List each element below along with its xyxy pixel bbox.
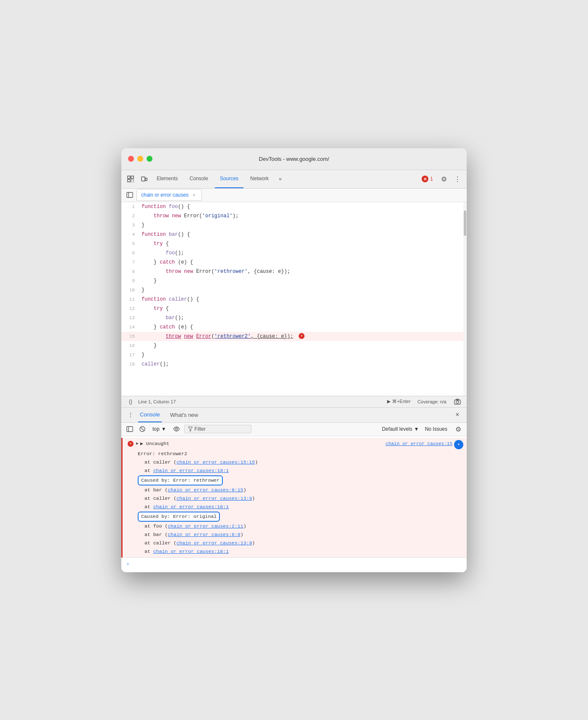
file-tab-chain-or-error[interactable]: chain or error causes × xyxy=(136,189,202,201)
no-issues-label: No Issues xyxy=(422,426,451,432)
minimize-button[interactable] xyxy=(137,156,143,162)
svg-rect-1 xyxy=(131,176,134,179)
devtools-window: DevTools - www.google.com/ Elements Cons… xyxy=(121,148,467,572)
tab-more-button[interactable]: » xyxy=(275,176,285,182)
error-count: ✕ xyxy=(422,176,428,182)
titlebar: DevTools - www.google.com/ xyxy=(121,148,467,170)
console-header: ⋮ Console What's new × xyxy=(121,408,467,423)
caused2-stack-3: at caller (chain or error causes:13:9) xyxy=(126,539,467,547)
svg-rect-4 xyxy=(142,177,145,181)
caused-by-1-label: Caused by: Error: rethrower xyxy=(138,475,223,485)
scrollbar-thumb[interactable] xyxy=(464,211,466,236)
svg-point-9 xyxy=(456,401,459,403)
log-level-selector[interactable]: Default levels ▼ xyxy=(382,426,419,432)
code-line-7: 7 } catch (e) { xyxy=(121,258,467,267)
code-line-16: 16 } xyxy=(121,341,467,350)
error-badge[interactable]: ✕ 1 xyxy=(418,174,436,184)
tab-network[interactable]: Network xyxy=(245,170,274,188)
tab-console[interactable]: Console xyxy=(184,170,213,188)
expand-arrow[interactable]: ▶ xyxy=(136,440,139,448)
code-line-9: 9 } xyxy=(121,276,467,285)
caused2-link-4[interactable]: chain or error causes:18:1 xyxy=(153,549,229,554)
caused1-stack-1: at bar (chain or error causes:8:15) xyxy=(126,486,467,494)
caused1-link-2[interactable]: chain or error causes:13:9 xyxy=(176,496,252,501)
code-line-4: 4 function bar() { xyxy=(121,230,467,239)
stack-row-2: at chain or error causes:18:1 xyxy=(126,467,467,475)
stack-link-1[interactable]: chain or error causes:15:15 xyxy=(176,459,255,465)
run-button[interactable]: ▶ ⌘+Enter xyxy=(387,399,411,404)
ai-button[interactable]: ✦ xyxy=(454,440,463,449)
caused2-stack-2: at bar (chain or error causes:6:9) xyxy=(126,531,467,539)
svg-marker-16 xyxy=(188,427,192,431)
code-line-13: 13 bar(); xyxy=(121,313,467,323)
clear-console-icon[interactable] xyxy=(137,424,147,434)
caused-by-2-label: Caused by: Error: original xyxy=(138,512,220,522)
caused2-stack-4: at chain or error causes:18:1 xyxy=(126,547,467,556)
window-title: DevTools - www.google.com/ xyxy=(259,156,329,162)
code-line-8: 8 throw new Error('rethrower', {cause: e… xyxy=(121,267,467,276)
caused2-link-1[interactable]: chain or error causes:2:11 xyxy=(168,523,243,529)
error-icon: ✕ xyxy=(128,441,134,447)
caused1-stack-3: at chain or error causes:18:1 xyxy=(126,503,467,511)
code-line-12: 12 try { xyxy=(121,304,467,313)
code-line-17: 17 } xyxy=(121,350,467,360)
scrollbar-track[interactable] xyxy=(463,202,467,396)
error-block: ✕ ▶ ▶ Uncaught chain or error causes:15 … xyxy=(121,438,467,557)
caused2-link-2[interactable]: chain or error causes:6:9 xyxy=(168,532,241,537)
code-line-1: 1 function foo() { xyxy=(121,202,467,211)
caused2-link-3[interactable]: chain or error causes:13:9 xyxy=(176,540,252,546)
svg-rect-5 xyxy=(145,178,147,181)
code-editor[interactable]: 1 function foo() { 2 throw new Error('or… xyxy=(121,202,467,396)
screenshot-icon[interactable] xyxy=(453,397,462,406)
caused-by-1-row: Caused by: Error: rethrower xyxy=(126,475,467,486)
code-line-11: 11 function caller() { xyxy=(121,295,467,304)
caused2-stack-1: at foo (chain or error causes:2:11) xyxy=(126,522,467,531)
code-line-3: 3 } xyxy=(121,221,467,230)
devtools-tab-bar: Elements Console Sources Network » ✕ 1 ⚙… xyxy=(121,170,467,189)
device-icon[interactable] xyxy=(138,173,150,185)
caused1-link-3[interactable]: chain or error causes:18:1 xyxy=(153,504,229,509)
maximize-button[interactable] xyxy=(147,156,152,162)
console-sidebar-toggle[interactable] xyxy=(125,424,135,434)
caused-by-2-row: Caused by: Error: original xyxy=(126,511,467,522)
settings-icon[interactable]: ⚙ xyxy=(438,173,450,185)
console-output: ✕ ▶ ▶ Uncaught chain or error causes:15 … xyxy=(121,436,467,572)
svg-rect-0 xyxy=(128,176,130,179)
context-selector[interactable]: top ▼ xyxy=(150,425,169,433)
code-line-18: 18 caller(); xyxy=(121,360,467,369)
cursor-position: Line 1, Column 17 xyxy=(138,399,176,404)
caused1-link-1[interactable]: chain or error causes:8:15 xyxy=(168,487,243,493)
inspect-icon[interactable] xyxy=(125,173,136,185)
status-bar: {} Line 1, Column 17 ▶ ⌘+Enter Coverage:… xyxy=(121,396,467,408)
file-tab-close-icon[interactable]: × xyxy=(191,192,197,198)
traffic-lights xyxy=(128,156,152,162)
file-tab-bar: chain or error causes × xyxy=(121,189,467,202)
tab-whats-new[interactable]: What's new xyxy=(165,407,203,422)
tab-console-active[interactable]: Console xyxy=(138,407,162,422)
tab-sources[interactable]: Sources xyxy=(215,170,243,188)
console-input-row[interactable]: › xyxy=(121,557,467,571)
sidebar-toggle-icon[interactable] xyxy=(125,190,135,200)
console-close-icon[interactable]: × xyxy=(453,411,462,419)
svg-rect-10 xyxy=(456,399,459,400)
console-settings-icon[interactable]: ⚙ xyxy=(453,424,463,434)
svg-rect-3 xyxy=(131,179,134,182)
stack-link-2[interactable]: chain or error causes:18:1 xyxy=(153,468,229,473)
close-button[interactable] xyxy=(128,156,134,162)
svg-point-15 xyxy=(175,428,177,430)
console-panel: ⋮ Console What's new × xyxy=(121,408,467,572)
code-line-2: 2 throw new Error('original'); xyxy=(121,211,467,221)
code-line-15: 15 throw new Error('rethrower2', {cause:… xyxy=(121,332,467,341)
error-source-link[interactable]: chain or error causes:15 xyxy=(386,440,452,448)
pretty-print-icon[interactable]: {} xyxy=(126,397,135,406)
tab-elements[interactable]: Elements xyxy=(152,170,183,188)
more-options-icon[interactable]: ⋮ xyxy=(452,173,463,185)
filter-input[interactable]: Filter xyxy=(184,425,251,433)
uncaught-error-row: ✕ ▶ ▶ Uncaught chain or error causes:15 … xyxy=(126,440,467,450)
svg-rect-11 xyxy=(127,427,133,432)
live-expressions-icon[interactable] xyxy=(171,424,182,434)
error-marker: ✕ xyxy=(299,333,305,339)
console-menu-icon[interactable]: ⋮ xyxy=(126,411,135,419)
svg-rect-2 xyxy=(128,179,130,182)
console-toolbar: top ▼ Filter Default levels ▼ No Issues xyxy=(121,423,467,436)
